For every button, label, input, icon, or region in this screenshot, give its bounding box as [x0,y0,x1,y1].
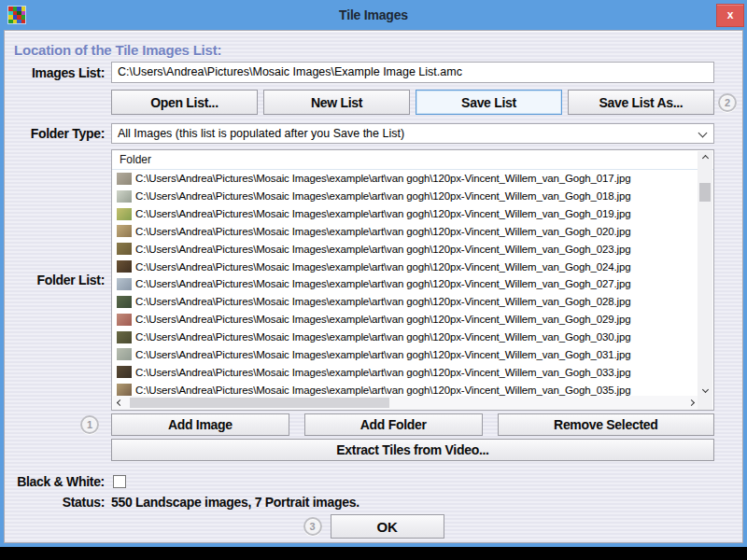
image-thumbnail-icon [117,225,132,237]
folder-list-item[interactable]: C:\Users\Andrea\Pictures\Mosaic Images\e… [112,275,698,293]
images-list-path-field[interactable]: C:\Users\Andrea\Pictures\Mosaic Images\E… [111,62,714,83]
image-thumbnail-icon [117,173,132,185]
file-path: C:\Users\Andrea\Pictures\Mosaic Images\e… [135,349,631,360]
image-thumbnail-icon [117,314,132,326]
folder-list-row: Folder List: Folder C:\Users\Andrea\Pict… [5,149,742,411]
add-buttons-row: 1 Add Image Add Folder Remove Selected [5,413,742,436]
folder-type-row: Folder Type: All Images (this list is po… [5,123,742,144]
image-thumbnail-icon [117,278,132,290]
extract-row: Extract Tiles from Video... [5,439,742,461]
image-thumbnail-icon [117,260,132,273]
scroll-right-icon[interactable] [684,400,698,405]
file-path: C:\Users\Andrea\Pictures\Mosaic Images\e… [135,173,631,184]
extract-tiles-button[interactable]: Extract Tiles from Video... [111,439,714,461]
ok-row: 3 OK [5,514,742,539]
save-list-button[interactable]: Save List [416,90,562,115]
folder-column-header[interactable]: Folder [112,150,713,170]
image-thumbnail-icon [117,366,132,378]
folder-listbox[interactable]: Folder C:\Users\Andrea\Pictures\Mosaic I… [111,149,714,411]
images-list-label: Images List: [5,65,111,80]
file-path: C:\Users\Andrea\Pictures\Mosaic Images\e… [135,278,631,289]
close-icon[interactable]: x [716,4,744,27]
image-thumbnail-icon [117,331,132,343]
folder-list-item[interactable]: C:\Users\Andrea\Pictures\Mosaic Images\e… [112,345,698,363]
folder-list-item[interactable]: C:\Users\Andrea\Pictures\Mosaic Images\e… [112,240,698,258]
combo-chevron-down-icon [698,129,708,138]
dialog-body: Location of the Tile Images List: Images… [4,30,743,543]
file-path: C:\Users\Andrea\Pictures\Mosaic Images\e… [135,385,631,396]
add-image-button[interactable]: Add Image [111,413,289,436]
save-list-as-button[interactable]: Save List As... [568,90,714,115]
file-path: C:\Users\Andrea\Pictures\Mosaic Images\e… [135,226,631,237]
ok-button[interactable]: OK [331,514,444,539]
horizontal-scrollbar[interactable] [113,396,698,410]
mosaic-app-icon [8,7,25,23]
window-title: Tile Images [0,7,747,22]
file-path: C:\Users\Andrea\Pictures\Mosaic Images\e… [135,314,631,325]
vertical-scroll-thumb[interactable] [699,183,711,202]
folder-list-item[interactable]: C:\Users\Andrea\Pictures\Mosaic Images\e… [112,170,698,188]
file-path: C:\Users\Andrea\Pictures\Mosaic Images\e… [135,208,631,219]
vertical-scrollbar[interactable] [698,151,712,396]
file-path: C:\Users\Andrea\Pictures\Mosaic Images\e… [135,296,631,307]
folder-list-item[interactable]: C:\Users\Andrea\Pictures\Mosaic Images\e… [112,223,698,241]
status-text: 550 Landscape images, 7 Portrait images. [111,495,359,510]
image-thumbnail-icon [117,190,132,203]
black-white-row: Black & White: [5,474,742,489]
horizontal-scroll-track[interactable] [126,396,684,410]
file-path: C:\Users\Andrea\Pictures\Mosaic Images\e… [135,190,631,202]
scroll-down-icon[interactable] [698,383,712,396]
folder-type-value: All Images (this list is populated after… [118,127,404,140]
file-path: C:\Users\Andrea\Pictures\Mosaic Images\e… [135,331,631,343]
folder-list-item[interactable]: C:\Users\Andrea\Pictures\Mosaic Images\e… [112,311,698,329]
title-bar: Tile Images x [0,0,747,30]
status-label: Status: [5,495,111,510]
image-thumbnail-icon [117,243,132,255]
tile-images-dialog: Tile Images x Location of the Tile Image… [0,0,747,547]
folder-type-dropdown[interactable]: All Images (this list is populated after… [111,123,714,144]
black-white-label: Black & White: [5,474,111,489]
scroll-left-icon[interactable] [113,400,126,405]
step-1-badge: 1 [80,415,99,434]
folder-list-item[interactable]: C:\Users\Andrea\Pictures\Mosaic Images\e… [112,188,698,205]
new-list-button[interactable]: New List [263,90,410,115]
folder-list-rows: C:\Users\Andrea\Pictures\Mosaic Images\e… [112,170,698,396]
images-list-row: Images List: C:\Users\Andrea\Pictures\Mo… [5,62,742,83]
folder-list-item[interactable]: C:\Users\Andrea\Pictures\Mosaic Images\e… [112,381,698,396]
folder-list-item[interactable]: C:\Users\Andrea\Pictures\Mosaic Images\e… [112,205,698,223]
scroll-up-icon[interactable] [698,151,712,164]
folder-list-label: Folder List: [5,273,111,287]
folder-list-item[interactable]: C:\Users\Andrea\Pictures\Mosaic Images\e… [112,329,698,346]
list-buttons-row: Open List... New List Save List Save Lis… [5,90,742,115]
image-thumbnail-icon [117,296,132,308]
file-path: C:\Users\Andrea\Pictures\Mosaic Images\e… [135,244,631,255]
folder-list-item[interactable]: C:\Users\Andrea\Pictures\Mosaic Images\e… [112,258,698,275]
horizontal-scroll-thumb[interactable] [130,398,389,408]
file-path: C:\Users\Andrea\Pictures\Mosaic Images\e… [135,367,631,378]
file-path: C:\Users\Andrea\Pictures\Mosaic Images\e… [135,261,631,273]
scrollbar-corner [698,396,712,410]
black-white-checkbox[interactable] [113,475,126,488]
section-heading: Location of the Tile Images List: [14,42,742,58]
vertical-scroll-track[interactable] [698,164,712,383]
folder-list-item[interactable]: C:\Users\Andrea\Pictures\Mosaic Images\e… [112,293,698,311]
folder-list-item[interactable]: C:\Users\Andrea\Pictures\Mosaic Images\e… [112,363,698,381]
image-thumbnail-icon [117,384,132,396]
image-thumbnail-icon [117,348,132,360]
folder-type-label: Folder Type: [5,126,111,141]
status-row: Status: 550 Landscape images, 7 Portrait… [5,495,742,510]
step-2-badge: 2 [718,93,737,112]
step-3-badge: 3 [303,517,322,536]
add-folder-button[interactable]: Add Folder [304,413,483,436]
image-thumbnail-icon [117,208,132,220]
remove-selected-button[interactable]: Remove Selected [498,413,714,436]
open-list-button[interactable]: Open List... [111,90,258,115]
